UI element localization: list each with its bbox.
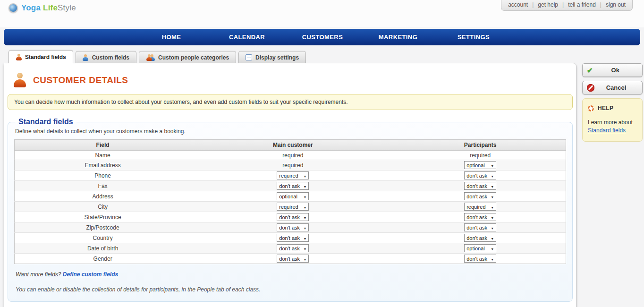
tab-label: Custom people categories xyxy=(158,54,229,61)
participants-cell: optional xyxy=(395,243,566,254)
define-custom-fields-link[interactable]: Define custom fields xyxy=(63,271,118,278)
select-value: don't ask xyxy=(279,235,300,241)
phone-participants-select[interactable]: don't ask xyxy=(464,171,496,179)
field-name-cell: Zip/Postcode xyxy=(15,222,191,233)
participants-cell: required xyxy=(395,151,566,160)
account-links-bar: account | get help | tell a friend | sig… xyxy=(501,0,633,11)
field-name-cell: Phone xyxy=(15,171,191,181)
chevron-down-icon xyxy=(491,235,494,241)
tab-label: Display settings xyxy=(255,54,299,61)
country-participants-select[interactable]: don't ask xyxy=(464,234,496,242)
participants-cell: don't ask xyxy=(395,233,566,243)
address-participants-select[interactable]: don't ask xyxy=(464,192,496,200)
address-main-customer-select[interactable]: optional xyxy=(277,192,309,200)
tab-custom-fields[interactable]: Custom fields xyxy=(76,51,136,63)
participants-cell: don't ask xyxy=(395,181,566,191)
logo-clock-icon xyxy=(8,3,18,13)
zip-postcode-main-customer-select[interactable]: don't ask xyxy=(277,223,309,231)
city-main-customer-select[interactable]: required xyxy=(277,203,309,211)
person-orange-icon xyxy=(146,54,152,61)
select-value: optional xyxy=(466,246,485,251)
fields-table-body: NamerequiredrequiredEmail addressrequire… xyxy=(15,151,566,264)
date-of-birth-main-customer-select[interactable]: don't ask xyxy=(277,244,309,252)
table-row: Faxdon't askdon't ask xyxy=(15,181,566,191)
lifebuoy-icon xyxy=(588,105,594,111)
chevron-down-icon xyxy=(491,256,494,262)
main-customer-cell: don't ask xyxy=(191,233,395,243)
chevron-down-icon xyxy=(491,214,494,220)
chevron-down-icon xyxy=(303,256,306,262)
phone-main-customer-select[interactable]: required xyxy=(277,171,309,179)
state-province-participants-select[interactable]: don't ask xyxy=(464,213,496,221)
country-main-customer-select[interactable]: don't ask xyxy=(277,234,309,242)
field-name-cell: State/Province xyxy=(15,212,191,222)
separator: | xyxy=(562,1,564,8)
nav-item-settings[interactable]: SETTINGS xyxy=(436,34,511,41)
info-notice: You can decide how much information to c… xyxy=(8,94,573,110)
fax-participants-select[interactable]: don't ask xyxy=(464,182,496,190)
standard-fields-section: Standard fields Define what details to c… xyxy=(8,118,573,302)
field-name-cell: Email address xyxy=(15,160,191,171)
chevron-down-icon xyxy=(303,246,306,251)
participants-cell: don't ask xyxy=(395,212,566,222)
main-customer-cell: don't ask xyxy=(191,254,395,264)
account-link[interactable]: account xyxy=(508,1,528,8)
table-row: Zip/Postcodedon't askdon't ask xyxy=(15,222,566,233)
ok-button-label: Ok xyxy=(593,67,638,74)
city-participants-select[interactable]: required xyxy=(464,203,496,211)
chevron-down-icon xyxy=(303,235,306,241)
cancel-button[interactable]: Cancel xyxy=(582,81,643,94)
main-customer-cell: don't ask xyxy=(191,181,395,191)
sign-out-link[interactable]: sign out xyxy=(606,1,626,8)
fax-main-customer-select[interactable]: don't ask xyxy=(277,182,309,190)
ok-button[interactable]: Ok xyxy=(582,63,643,77)
separator: | xyxy=(600,1,602,8)
gender-participants-select[interactable]: don't ask xyxy=(464,255,496,263)
header-row: Field Main customer Participants xyxy=(15,140,566,151)
no-entry-icon xyxy=(587,84,594,92)
nav-item-customers[interactable]: CUSTOMERS xyxy=(285,34,360,41)
chevron-down-icon xyxy=(491,162,494,168)
email-address-participants-select[interactable]: optional xyxy=(464,161,496,169)
participants-note: You can enable or disable the collection… xyxy=(16,286,566,293)
select-value: don't ask xyxy=(279,183,300,189)
page-title: CUSTOMER DETAILS xyxy=(33,75,128,85)
gender-main-customer-select[interactable]: don't ask xyxy=(277,255,309,263)
action-sidebar: Ok Cancel HELP Learn more about Standard… xyxy=(582,63,643,142)
check-icon xyxy=(587,66,593,75)
column-header-main-customer: Main customer xyxy=(191,140,395,151)
nav-item-calendar[interactable]: CALENDAR xyxy=(209,34,285,41)
help-box: HELP Learn more about Standard fields xyxy=(582,98,643,142)
people-icon xyxy=(146,54,155,61)
select-value: don't ask xyxy=(279,246,300,251)
select-value: don't ask xyxy=(279,214,300,220)
select-value: don't ask xyxy=(466,173,487,179)
main-customer-cell: don't ask xyxy=(191,212,395,222)
get-help-link[interactable]: get help xyxy=(538,1,558,8)
app-logo[interactable]: Yoga LifeStyle xyxy=(8,3,76,13)
zip-postcode-participants-select[interactable]: don't ask xyxy=(464,223,496,231)
table-row: State/Provincedon't askdon't ask xyxy=(15,212,566,222)
date-of-birth-participants-select[interactable]: optional xyxy=(464,244,496,252)
field-name-cell: Gender xyxy=(15,254,191,264)
tab-label: Custom fields xyxy=(92,54,129,61)
nav-item-home[interactable]: HOME xyxy=(134,34,209,41)
tab-custom-people-categories[interactable]: Custom people categories xyxy=(139,51,236,63)
main-panel: CUSTOMER DETAILS You can decide how much… xyxy=(4,63,576,307)
main-customer-cell: optional xyxy=(191,191,395,202)
tab-display-settings[interactable]: Display settings xyxy=(238,51,306,63)
help-standard-fields-link[interactable]: Standard fields xyxy=(588,127,626,134)
tell-a-friend-link[interactable]: tell a friend xyxy=(568,1,596,8)
select-value: optional xyxy=(466,162,485,168)
state-province-main-customer-select[interactable]: don't ask xyxy=(277,213,309,221)
participants-cell: don't ask xyxy=(395,222,566,233)
content-area: CUSTOMER DETAILS You can decide how much… xyxy=(0,63,644,307)
nav-item-marketing[interactable]: MARKETING xyxy=(360,34,436,41)
chevron-down-icon xyxy=(303,183,306,189)
top-header: Yoga LifeStyle account | get help | tell… xyxy=(0,0,644,27)
fields-table-head: Field Main customer Participants xyxy=(15,140,566,151)
tab-standard-fields[interactable]: Standard fields xyxy=(8,50,73,63)
main-customer-cell: required xyxy=(191,151,395,160)
fields-table: Field Main customer Participants Namereq… xyxy=(14,139,566,264)
select-value: required xyxy=(279,204,298,210)
